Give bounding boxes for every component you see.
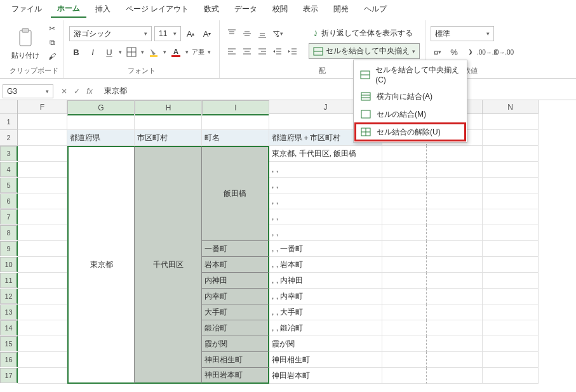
- bold-button[interactable]: B: [69, 45, 83, 59]
- cell[interactable]: [382, 336, 427, 352]
- cell[interactable]: , ,: [269, 193, 382, 209]
- cell[interactable]: [18, 225, 67, 241]
- row-header[interactable]: 10: [0, 257, 18, 272]
- cell[interactable]: [483, 336, 539, 352]
- cell[interactable]: [18, 336, 67, 352]
- cell[interactable]: [483, 193, 539, 209]
- menu-developer[interactable]: 開発: [327, 1, 355, 17]
- comma-icon[interactable]: ᠈: [464, 45, 478, 59]
- cell[interactable]: [382, 225, 427, 241]
- cell[interactable]: 都道府県: [67, 130, 135, 146]
- row-header[interactable]: 14: [0, 320, 18, 336]
- cell[interactable]: [483, 289, 539, 304]
- cell[interactable]: [382, 289, 427, 304]
- font-size-select[interactable]: 11▾: [154, 26, 181, 41]
- cell[interactable]: 町名: [202, 130, 269, 146]
- dropdown-merge-cells[interactable]: セルの結合(M): [355, 105, 465, 123]
- cell[interactable]: 神田相生町: [202, 352, 269, 368]
- cell[interactable]: , , 内幸町: [269, 289, 382, 304]
- cell[interactable]: [382, 209, 427, 225]
- currency-icon[interactable]: ¤▾: [431, 45, 445, 59]
- menu-formula[interactable]: 数式: [198, 1, 225, 17]
- cell[interactable]: [382, 273, 427, 289]
- cell[interactable]: [18, 178, 67, 193]
- row-header[interactable]: 3: [0, 146, 18, 161]
- indent-decrease-icon[interactable]: [271, 44, 285, 58]
- cell[interactable]: [483, 114, 539, 130]
- cancel-formula-icon[interactable]: ✕: [58, 87, 70, 96]
- cell[interactable]: [18, 273, 67, 289]
- cell[interactable]: 市区町村: [135, 130, 202, 146]
- row-header[interactable]: 2: [0, 130, 18, 146]
- col-header-F[interactable]: F: [18, 100, 67, 114]
- formula-input[interactable]: 東京都: [100, 86, 573, 96]
- cell[interactable]: [18, 146, 67, 162]
- cell[interactable]: [382, 241, 427, 257]
- cell[interactable]: [427, 289, 483, 304]
- cell[interactable]: [483, 320, 539, 336]
- phonetic-icon[interactable]: ア亜: [191, 45, 205, 59]
- cell[interactable]: [427, 352, 483, 368]
- cell[interactable]: 神田岩本町: [202, 368, 269, 384]
- cell[interactable]: [483, 352, 539, 368]
- row-header[interactable]: 6: [0, 193, 18, 209]
- cell[interactable]: [427, 304, 483, 320]
- cell[interactable]: [427, 368, 483, 384]
- format-painter-icon[interactable]: 🖌: [46, 51, 58, 62]
- cell[interactable]: 大手町: [202, 304, 269, 320]
- indent-increase-icon[interactable]: [286, 44, 300, 58]
- merged-cell-I-top[interactable]: 飯田橋: [202, 146, 269, 241]
- col-header-N[interactable]: N: [483, 100, 539, 114]
- menu-pagelayout[interactable]: ページ レイアウト: [119, 1, 195, 17]
- increase-decimal-icon[interactable]: .00→.0: [480, 45, 494, 59]
- paste-button[interactable]: 貼り付け: [9, 25, 42, 60]
- decrease-decimal-icon[interactable]: .0→.00: [497, 45, 511, 59]
- italic-button[interactable]: I: [86, 45, 100, 59]
- cell[interactable]: , ,: [269, 178, 382, 193]
- row-header[interactable]: 4: [0, 162, 18, 177]
- align-right-icon[interactable]: [255, 44, 269, 58]
- cut-icon[interactable]: ✂: [46, 23, 58, 34]
- orientation-icon[interactable]: ⦪▾: [271, 27, 285, 41]
- cell[interactable]: 鍛冶町: [202, 320, 269, 336]
- cell[interactable]: [18, 352, 67, 368]
- cell[interactable]: [483, 130, 539, 146]
- row-header[interactable]: 17: [0, 368, 18, 383]
- menu-view[interactable]: 表示: [297, 1, 325, 17]
- cell[interactable]: [382, 193, 427, 209]
- cell[interactable]: [427, 178, 483, 193]
- cell[interactable]: [382, 320, 427, 336]
- cell[interactable]: 霞が関: [269, 336, 382, 352]
- cell[interactable]: 一番町: [202, 241, 269, 257]
- cell[interactable]: 神田相生町: [269, 352, 382, 368]
- align-middle-icon[interactable]: [240, 27, 254, 41]
- cell[interactable]: [382, 146, 427, 162]
- cell[interactable]: , ,: [269, 225, 382, 241]
- menu-home[interactable]: ホーム: [51, 1, 86, 18]
- cell[interactable]: [18, 193, 67, 209]
- col-header-H[interactable]: H: [135, 100, 202, 115]
- copy-icon[interactable]: ⧉: [46, 37, 58, 48]
- cell[interactable]: [483, 178, 539, 193]
- menu-help[interactable]: ヘルプ: [358, 1, 393, 17]
- row-header[interactable]: 1: [0, 114, 18, 130]
- row-header[interactable]: 9: [0, 241, 18, 256]
- underline-button[interactable]: U: [102, 45, 116, 59]
- cell[interactable]: [382, 352, 427, 368]
- cell[interactable]: 霞が関: [202, 336, 269, 352]
- cell[interactable]: [382, 162, 427, 178]
- cell[interactable]: , , 内神田: [269, 273, 382, 289]
- col-header-I[interactable]: I: [202, 100, 269, 115]
- cell[interactable]: [427, 273, 483, 289]
- dropdown-unmerge[interactable]: セル結合の解除(U): [355, 123, 465, 141]
- col-header-G[interactable]: G: [67, 100, 135, 115]
- cell[interactable]: [18, 289, 67, 304]
- cell[interactable]: [427, 336, 483, 352]
- cell[interactable]: [427, 225, 483, 241]
- fx-icon[interactable]: fx: [84, 87, 95, 96]
- dropdown-merge-across[interactable]: 横方向に結合(A): [355, 88, 465, 105]
- cell[interactable]: [483, 241, 539, 257]
- cell[interactable]: [18, 368, 67, 384]
- row-header[interactable]: 11: [0, 273, 18, 288]
- cell[interactable]: , ,: [269, 162, 382, 178]
